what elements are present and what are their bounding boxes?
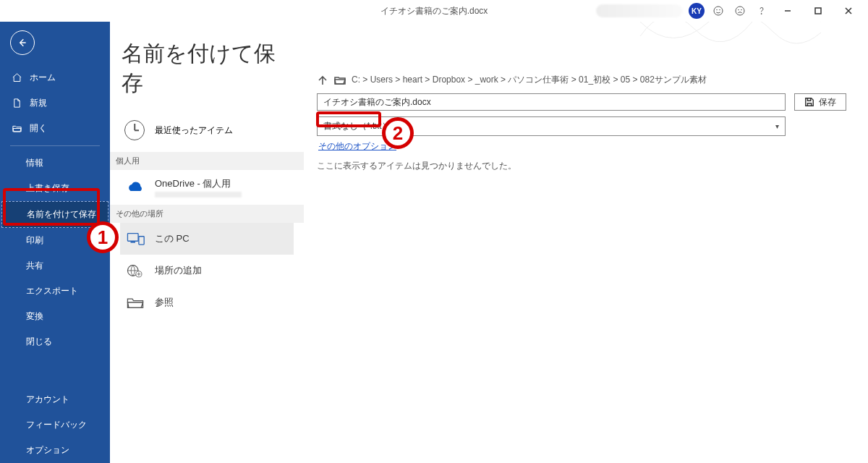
nav-label: 共有 <box>26 260 43 272</box>
location-label: 最近使ったアイテム <box>155 124 233 137</box>
section-personal: 個人用 <box>110 152 304 170</box>
nav-label: 名前を付けて保存 <box>27 208 96 221</box>
titlebar: イチオシ書籍のご案内.docx KY <box>0 0 868 22</box>
svg-point-6 <box>761 13 762 14</box>
location-this-pc[interactable]: この PC <box>120 223 294 255</box>
folder-open-icon[interactable] <box>334 75 346 86</box>
this-pc-icon <box>126 230 145 247</box>
location-label: この PC <box>155 232 190 245</box>
svg-rect-9 <box>131 242 136 243</box>
svg-rect-10 <box>139 237 144 245</box>
location-label: 場所の追加 <box>155 264 202 277</box>
user-name-pill[interactable] <box>596 4 683 17</box>
window-minimize-button[interactable] <box>775 3 800 19</box>
onedrive-icon <box>126 179 145 196</box>
nav-options[interactable]: オプション <box>0 438 110 463</box>
nav-divider <box>10 145 100 146</box>
svg-point-5 <box>741 9 742 10</box>
more-options-link[interactable]: その他のオプション <box>318 140 396 153</box>
nav-label: ホーム <box>30 72 56 84</box>
add-place-icon <box>126 262 145 279</box>
nav-label: アカウント <box>26 394 69 406</box>
nav-label: 上書き保存 <box>26 182 69 195</box>
section-other-places: その他の場所 <box>110 205 304 223</box>
svg-point-4 <box>739 9 739 10</box>
window-close-button[interactable] <box>836 3 861 19</box>
save-button[interactable]: 保存 <box>794 93 846 111</box>
up-arrow-icon[interactable] <box>317 75 328 86</box>
filetype-value: 書式なし（*.txt） <box>323 120 391 132</box>
file-icon <box>12 98 22 109</box>
frown-icon[interactable] <box>732 3 748 19</box>
nav-info[interactable]: 情報 <box>0 150 110 176</box>
location-recent[interactable]: 最近使ったアイテム <box>120 116 294 152</box>
location-label: OneDrive - 個人用 <box>155 177 242 190</box>
svg-point-1 <box>717 9 718 10</box>
user-initials-badge[interactable]: KY <box>689 3 705 19</box>
nav-label: エクスポート <box>26 285 78 297</box>
location-onedrive[interactable]: OneDrive - 個人用 <box>120 170 294 205</box>
nav-close[interactable]: 閉じる <box>0 329 110 354</box>
nav-label: オプション <box>26 444 69 456</box>
clock-icon <box>124 120 145 140</box>
save-button-label: 保存 <box>819 96 836 109</box>
nav-label: 変換 <box>26 310 43 323</box>
window-maximize-button[interactable] <box>806 3 830 19</box>
nav-home[interactable]: ホーム <box>0 65 110 90</box>
back-button[interactable] <box>10 30 35 55</box>
open-folder-icon <box>12 123 22 134</box>
saveas-locations-panel: 名前を付けて保存 最近使ったアイテム 個人用 OneDrive - 個人用 その… <box>110 22 304 463</box>
svg-point-2 <box>720 9 720 10</box>
nav-export[interactable]: エクスポート <box>0 279 110 304</box>
backstage-sidebar: ホーム 新規 開く 情報 上書き保存 名前を付けて保存 印刷 共有 エクスポート… <box>0 22 110 463</box>
browse-folder-icon <box>126 294 145 311</box>
nav-transform[interactable]: 変換 <box>0 304 110 329</box>
nav-open[interactable]: 開く <box>0 116 110 141</box>
chevron-down-icon: ▾ <box>775 122 779 130</box>
filetype-dropdown[interactable]: 書式なし（*.txt） ▾ <box>317 116 786 136</box>
saveas-main-panel: C: > Users > heart > Dropbox > _work > パ… <box>304 22 868 463</box>
page-title: 名前を付けて保存 <box>122 39 294 98</box>
nav-account[interactable]: アカウント <box>0 387 110 412</box>
nav-share[interactable]: 共有 <box>0 253 110 279</box>
onedrive-account-blur <box>155 192 242 197</box>
breadcrumb[interactable]: C: > Users > heart > Dropbox > _work > パ… <box>352 74 707 86</box>
filename-input[interactable] <box>317 93 786 111</box>
nav-label: 閉じる <box>26 336 52 348</box>
location-browse[interactable]: 参照 <box>120 286 294 318</box>
svg-rect-7 <box>815 8 821 14</box>
nav-label: 開く <box>30 122 47 135</box>
nav-label: 新規 <box>30 97 47 109</box>
nav-label: 情報 <box>26 157 43 169</box>
help-icon[interactable] <box>754 3 770 19</box>
nav-feedback[interactable]: フィードバック <box>0 412 110 438</box>
location-label: 参照 <box>155 296 174 309</box>
svg-point-3 <box>736 7 744 15</box>
location-add-place[interactable]: 場所の追加 <box>120 255 294 286</box>
smile-icon[interactable] <box>710 3 726 19</box>
nav-new[interactable]: 新規 <box>0 90 110 116</box>
svg-rect-8 <box>127 234 138 242</box>
nav-label: 印刷 <box>26 234 43 247</box>
empty-folder-message: ここに表示するアイテムは見つかりませんでした。 <box>317 160 846 172</box>
breadcrumb-row: C: > Users > heart > Dropbox > _work > パ… <box>317 74 846 86</box>
nav-print[interactable]: 印刷 <box>0 228 110 253</box>
home-icon <box>12 72 22 83</box>
document-title: イチオシ書籍のご案内.docx <box>380 5 488 17</box>
nav-saveas[interactable]: 名前を付けて保存 <box>1 201 109 228</box>
svg-point-0 <box>714 7 723 15</box>
nav-label: フィードバック <box>26 419 87 431</box>
nav-save[interactable]: 上書き保存 <box>0 176 110 201</box>
